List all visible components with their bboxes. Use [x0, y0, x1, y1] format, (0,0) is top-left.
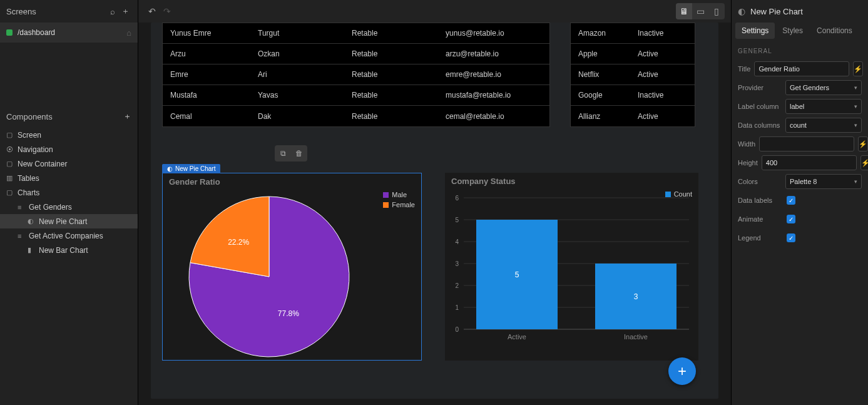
undo-button[interactable]: ↶: [145, 4, 160, 19]
component-item[interactable]: ◐New Pie Chart: [0, 214, 138, 228]
component-icon: ▢: [6, 131, 18, 139]
table-cell: Arzu: [163, 49, 250, 58]
search-icon[interactable]: ⌕: [106, 7, 119, 16]
components-label: Components: [6, 112, 53, 121]
component-item[interactable]: ▥Tables: [0, 171, 138, 185]
table-row[interactable]: NetflixActive: [571, 64, 695, 85]
redo-button[interactable]: ↷: [160, 4, 175, 19]
table-row[interactable]: AppleActive: [571, 44, 695, 64]
svg-text:77.8%: 77.8%: [278, 309, 299, 318]
legend-label: Female: [392, 201, 415, 208]
selection-tab[interactable]: ◐ New Pie Chart: [162, 164, 220, 173]
duplicate-icon[interactable]: ⧉: [275, 145, 291, 161]
element-actions: ⧉ 🗑: [275, 145, 307, 161]
component-icon: ▢: [6, 160, 18, 168]
device-mobile-button[interactable]: ▯: [708, 3, 725, 19]
prop-labelcol-label: Label column: [738, 103, 782, 110]
screen-item-dashboard[interactable]: /dashboard ⌂: [0, 23, 138, 43]
component-item[interactable]: ▢Screen: [0, 128, 138, 142]
right-panel: ◐ New Pie Chart SettingsStylesConditions…: [731, 0, 868, 405]
table-cell: Retable: [344, 29, 438, 38]
prop-width-input[interactable]: [759, 136, 854, 151]
table-cell: Inactive: [630, 29, 690, 38]
pie-chart-card[interactable]: Gender Ratio MaleFemale 77.8%22.2%: [162, 173, 422, 361]
table-row[interactable]: AllianzActive: [571, 106, 695, 126]
prop-provider-select[interactable]: Get Genders: [785, 80, 862, 95]
bar-chart-title: Company Status: [445, 173, 698, 190]
component-item[interactable]: ▢Charts: [0, 185, 138, 200]
table-row[interactable]: MustafaYavasRetablemustafa@retable.io: [163, 85, 549, 106]
prop-legend-label: Legend: [738, 234, 782, 242]
trash-icon[interactable]: 🗑: [291, 145, 307, 161]
component-label: Navigation: [18, 145, 53, 154]
prop-datacol-label: Data columns: [738, 121, 782, 129]
components-header: Components ＋: [0, 105, 138, 128]
companies-table[interactable]: AmazonInactiveAppleActiveNetflixActiveGo…: [570, 23, 695, 127]
svg-text:5: 5: [455, 217, 459, 223]
svg-text:3: 3: [634, 292, 638, 301]
component-item[interactable]: ≡Get Genders: [0, 200, 138, 214]
table-row[interactable]: Yunus EmreTurgutRetableyunus@retable.io: [163, 23, 549, 44]
svg-text:Active: Active: [508, 333, 526, 341]
components-list: ▢Screen⦿Navigation▢New Container▥Tables▢…: [0, 128, 138, 257]
screen-item-label: /dashboard: [18, 28, 55, 37]
table-row[interactable]: CemalDakRetablecemal@retable.io: [163, 106, 549, 126]
table-cell: Yunus Emre: [163, 29, 250, 38]
add-component-icon[interactable]: ＋: [123, 111, 131, 122]
component-label: Charts: [18, 188, 39, 197]
tab-styles[interactable]: Styles: [776, 23, 809, 39]
legend-label: Male: [392, 191, 407, 198]
prop-datacol-select[interactable]: count: [785, 118, 862, 133]
add-screen-icon[interactable]: ＋: [119, 6, 131, 17]
device-switcher: 🖥 ▭ ▯: [676, 3, 725, 19]
table-cell: Cemal: [163, 112, 250, 121]
fab-add-button[interactable]: +: [668, 357, 696, 385]
component-item[interactable]: ▢New Container: [0, 156, 138, 171]
prop-labelcol-select[interactable]: label: [785, 99, 862, 114]
component-label: Get Active Companies: [29, 232, 103, 240]
table-row[interactable]: AmazonInactive: [571, 23, 695, 44]
component-item[interactable]: ▮New Bar Chart: [0, 243, 138, 257]
prop-title-label: Title: [738, 65, 750, 73]
component-label: Get Genders: [29, 203, 72, 212]
table-cell: mustafa@retable.io: [438, 91, 544, 100]
prop-title-input[interactable]: [754, 61, 849, 76]
svg-text:2: 2: [455, 282, 459, 289]
bar-chart-card[interactable]: Company Status Count 01234565Active3Inac…: [445, 173, 698, 361]
prop-datalabels-checkbox[interactable]: ✓: [787, 196, 795, 205]
table-cell: Retable: [344, 112, 438, 121]
bolt-icon[interactable]: ⚡: [860, 155, 868, 170]
bolt-icon[interactable]: ⚡: [858, 136, 868, 151]
table-cell: Apple: [571, 49, 630, 58]
prop-legend-checkbox[interactable]: ✓: [787, 233, 795, 242]
table-row[interactable]: EmreAriRetableemre@retable.io: [163, 64, 549, 85]
device-desktop-button[interactable]: 🖥: [676, 3, 692, 19]
right-header-title: New Pie Chart: [750, 7, 803, 16]
table-cell: Mustafa: [163, 91, 250, 100]
users-table[interactable]: Yunus EmreTurgutRetableyunus@retable.ioA…: [162, 23, 550, 127]
prop-colors-select[interactable]: Palette 8: [785, 174, 862, 189]
right-tabs: SettingsStylesConditions: [732, 23, 868, 39]
component-icon: ▥: [6, 174, 18, 182]
prop-height-input[interactable]: [762, 155, 857, 170]
prop-provider-label: Provider: [738, 84, 782, 91]
table-cell: Dak: [250, 112, 344, 121]
component-label: New Bar Chart: [39, 246, 88, 255]
bolt-icon[interactable]: ⚡: [853, 61, 863, 76]
canvas[interactable]: Yunus EmreTurgutRetableyunus@retable.ioA…: [138, 23, 731, 405]
table-cell: Ari: [250, 70, 344, 79]
tab-conditions[interactable]: Conditions: [810, 23, 859, 39]
tab-settings[interactable]: Settings: [735, 23, 775, 39]
prop-animate-checkbox[interactable]: ✓: [787, 215, 795, 223]
table-cell: cemal@retable.io: [438, 112, 544, 121]
svg-text:Inactive: Inactive: [624, 333, 648, 341]
table-row[interactable]: ArzuOzkanRetablearzu@retable.io: [163, 44, 549, 64]
legend-swatch: [383, 202, 389, 208]
component-icon: ▢: [6, 188, 18, 197]
pie-chart-title: Gender Ratio: [163, 173, 421, 190]
component-item[interactable]: ⦿Navigation: [0, 142, 138, 156]
table-cell: Netflix: [571, 70, 630, 79]
table-row[interactable]: GoogleInactive: [571, 85, 695, 106]
device-tablet-button[interactable]: ▭: [692, 3, 708, 19]
component-item[interactable]: ≡Get Active Companies: [0, 228, 138, 243]
